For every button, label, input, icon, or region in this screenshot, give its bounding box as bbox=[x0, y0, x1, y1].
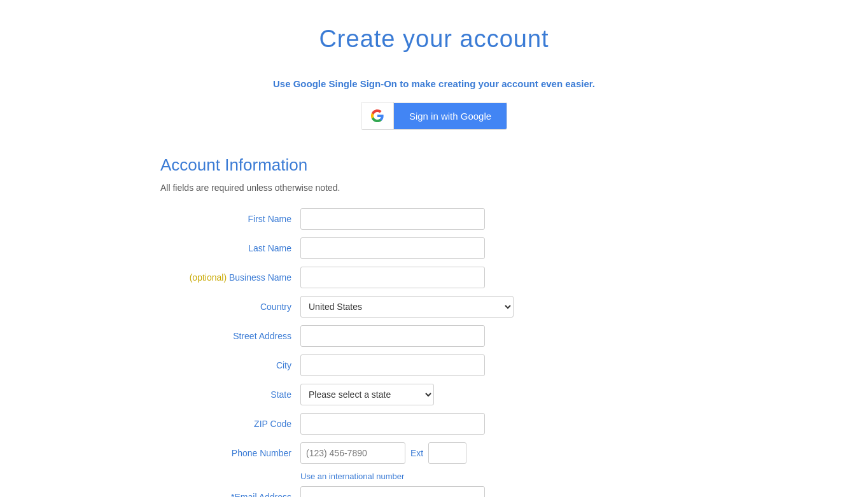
email-input[interactable] bbox=[300, 486, 485, 497]
email-row: *Email Address bbox=[160, 486, 708, 497]
required-note: All fields are required unless otherwise… bbox=[160, 183, 708, 193]
account-information-section: Account Information All fields are requi… bbox=[160, 155, 708, 497]
first-name-label: First Name bbox=[160, 214, 300, 224]
phone-label: Phone Number bbox=[160, 448, 300, 458]
sso-section: Use Google Single Sign-On to make creati… bbox=[160, 78, 708, 130]
sso-description: Use Google Single Sign-On to make creati… bbox=[160, 78, 708, 89]
zip-row: ZIP Code bbox=[160, 413, 708, 435]
last-name-row: Last Name bbox=[160, 237, 708, 259]
phone-row: Phone Number Ext bbox=[160, 442, 708, 464]
zip-input[interactable] bbox=[300, 413, 485, 435]
country-select[interactable]: United States Canada United Kingdom bbox=[300, 296, 514, 318]
country-row: Country United States Canada United King… bbox=[160, 296, 708, 318]
street-address-input[interactable] bbox=[300, 325, 485, 347]
phone-input[interactable] bbox=[300, 442, 405, 464]
google-signin-label: Sign in with Google bbox=[394, 103, 507, 129]
state-row: State Please select a state Alabama Alas… bbox=[160, 384, 708, 405]
business-name-row: (optional) Business Name bbox=[160, 267, 708, 288]
first-name-input[interactable] bbox=[300, 208, 485, 230]
google-signin-button[interactable]: Sign in with Google bbox=[361, 102, 507, 130]
page-title: Create your account bbox=[160, 25, 708, 53]
email-label: *Email Address bbox=[160, 492, 300, 497]
business-name-input[interactable] bbox=[300, 267, 485, 288]
zip-label: ZIP Code bbox=[160, 419, 300, 429]
business-name-label-text: Business Name bbox=[229, 272, 291, 283]
ext-input[interactable] bbox=[428, 442, 466, 464]
last-name-label: Last Name bbox=[160, 243, 300, 253]
state-select[interactable]: Please select a state Alabama Alaska Ari… bbox=[300, 384, 434, 405]
street-address-row: Street Address bbox=[160, 325, 708, 347]
phone-fields: Ext bbox=[300, 442, 466, 464]
optional-badge: (optional) bbox=[190, 272, 227, 283]
state-label: State bbox=[160, 389, 300, 400]
section-title: Account Information bbox=[160, 155, 708, 175]
first-name-row: First Name bbox=[160, 208, 708, 230]
business-name-label: (optional) Business Name bbox=[160, 272, 300, 283]
city-row: City bbox=[160, 354, 708, 376]
street-address-label: Street Address bbox=[160, 331, 300, 341]
international-number-link[interactable]: Use an international number bbox=[300, 472, 708, 481]
country-label: Country bbox=[160, 302, 300, 312]
ext-label: Ext bbox=[410, 448, 423, 458]
city-label: City bbox=[160, 360, 300, 370]
last-name-input[interactable] bbox=[300, 237, 485, 259]
city-input[interactable] bbox=[300, 354, 485, 376]
google-icon bbox=[361, 102, 394, 129]
